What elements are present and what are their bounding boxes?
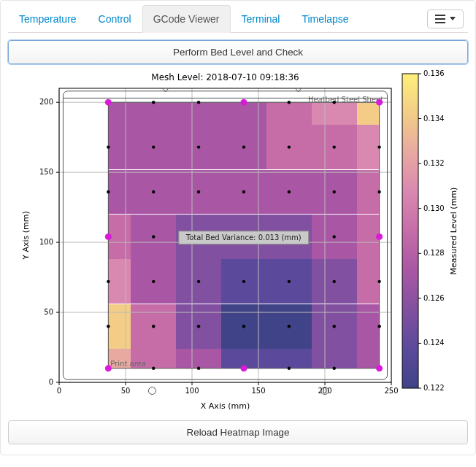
reload-heatmap-button[interactable]: Reload Heatmap Image — [8, 420, 468, 444]
annot-print-area: Print area — [110, 360, 145, 368]
svg-text:0: 0 — [49, 378, 53, 386]
variance-text: Total Bed Variance: 0.013 (mm) — [185, 234, 302, 242]
svg-point-109 — [197, 101, 200, 104]
svg-point-76 — [288, 325, 291, 328]
tab-label[interactable]: Temperature — [8, 5, 88, 33]
plugin-panel: Temperature Control GCode Viewer Termina… — [0, 0, 476, 455]
svg-text:0.122: 0.122 — [423, 384, 445, 392]
svg-rect-28 — [108, 170, 131, 215]
svg-point-69 — [288, 367, 291, 370]
svg-rect-21 — [108, 215, 131, 259]
svg-text:200: 200 — [39, 98, 53, 106]
tab-timelapse[interactable]: Timelapse — [291, 5, 359, 33]
svg-rect-4 — [266, 346, 312, 368]
svg-point-95 — [197, 190, 200, 193]
tab-label[interactable]: Terminal — [231, 5, 291, 33]
svg-point-77 — [333, 325, 336, 328]
colorbar-label: Measured Level (mm) — [449, 188, 458, 275]
svg-text:250: 250 — [384, 387, 398, 395]
svg-point-116 — [376, 365, 383, 371]
svg-point-74 — [197, 325, 200, 328]
svg-point-63 — [148, 387, 156, 395]
svg-rect-44 — [176, 102, 221, 124]
svg-point-108 — [152, 101, 155, 104]
svg-point-85 — [377, 280, 380, 283]
svg-point-83 — [288, 280, 291, 283]
svg-text:100: 100 — [185, 387, 199, 395]
plot-title: Mesh Level: 2018-07-10 09:18:36 — [151, 72, 299, 82]
svg-rect-41 — [357, 125, 380, 169]
svg-point-101 — [152, 145, 155, 148]
tab-overflow — [423, 7, 468, 31]
svg-point-117 — [105, 234, 112, 240]
svg-rect-13 — [357, 304, 380, 349]
svg-point-96 — [242, 190, 245, 193]
svg-rect-14 — [108, 259, 131, 304]
svg-rect-2 — [176, 346, 221, 368]
svg-point-94 — [152, 190, 155, 193]
svg-text:150: 150 — [39, 168, 53, 176]
svg-rect-34 — [357, 170, 380, 215]
svg-text:50: 50 — [121, 387, 131, 395]
svg-point-66 — [152, 367, 155, 370]
svg-rect-35 — [108, 125, 131, 169]
svg-rect-20 — [357, 259, 380, 304]
svg-point-104 — [288, 145, 291, 148]
svg-point-93 — [107, 190, 110, 193]
svg-point-114 — [105, 365, 112, 371]
colorbar-ticks: 0.1220.1240.1260.1280.1300.1320.1340.136 — [418, 70, 445, 392]
tab-label[interactable]: Control — [88, 5, 142, 33]
tab-label[interactable]: GCode Viewer — [142, 5, 231, 33]
svg-point-80 — [152, 280, 155, 283]
heatmap-plot: Mesh Level: 2018-07-10 09:18:36Heatbed S… — [8, 70, 468, 413]
svg-rect-48 — [357, 102, 380, 124]
svg-rect-42 — [108, 102, 131, 124]
svg-point-115 — [240, 365, 247, 371]
tab-label[interactable]: Timelapse — [291, 5, 359, 33]
svg-point-112 — [333, 101, 336, 104]
svg-point-99 — [377, 190, 380, 193]
tab-bar: Temperature Control GCode Viewer Termina… — [8, 5, 468, 33]
tab-temperature[interactable]: Temperature — [8, 5, 88, 33]
y-axis-label: Y Axis (mm) — [21, 211, 31, 260]
tab-control[interactable]: Control — [88, 5, 142, 33]
svg-point-79 — [107, 280, 110, 283]
svg-rect-43 — [131, 102, 176, 124]
annot-steel-sheet: Heatbed Steel Sheet — [308, 96, 383, 104]
svg-text:50: 50 — [44, 308, 53, 316]
hamburger-icon — [435, 15, 445, 23]
x-axis-label: X Axis (mm) — [201, 401, 250, 411]
svg-point-122 — [376, 99, 383, 106]
svg-point-102 — [197, 145, 200, 148]
svg-text:0: 0 — [57, 387, 61, 395]
tab-gcode-viewer[interactable]: GCode Viewer — [142, 5, 231, 33]
overflow-dropdown-button[interactable] — [427, 9, 464, 28]
svg-point-70 — [333, 367, 336, 370]
svg-point-97 — [288, 190, 291, 193]
svg-point-73 — [152, 325, 155, 328]
svg-rect-7 — [108, 304, 131, 349]
svg-point-72 — [107, 325, 110, 328]
caret-down-icon — [450, 17, 456, 20]
svg-point-82 — [242, 280, 245, 283]
svg-text:0.136: 0.136 — [423, 70, 445, 77]
svg-text:100: 100 — [39, 238, 53, 246]
svg-rect-45 — [221, 102, 266, 124]
svg-rect-6 — [357, 346, 380, 368]
svg-point-119 — [376, 234, 383, 240]
svg-point-105 — [333, 145, 336, 148]
svg-point-78 — [377, 325, 380, 328]
svg-point-75 — [242, 325, 245, 328]
svg-point-121 — [240, 99, 247, 106]
tab-list: Temperature Control GCode Viewer Termina… — [8, 5, 423, 32]
tab-terminal[interactable]: Terminal — [231, 5, 291, 33]
perform-bed-level-button[interactable]: Perform Bed Level and Check — [8, 40, 468, 64]
svg-rect-47 — [312, 102, 357, 124]
svg-rect-5 — [312, 346, 357, 368]
svg-point-120 — [105, 99, 112, 106]
svg-point-100 — [107, 145, 110, 148]
svg-text:200: 200 — [318, 387, 331, 395]
svg-rect-3 — [221, 346, 266, 368]
svg-text:0.126: 0.126 — [423, 294, 445, 302]
svg-point-103 — [242, 145, 245, 148]
